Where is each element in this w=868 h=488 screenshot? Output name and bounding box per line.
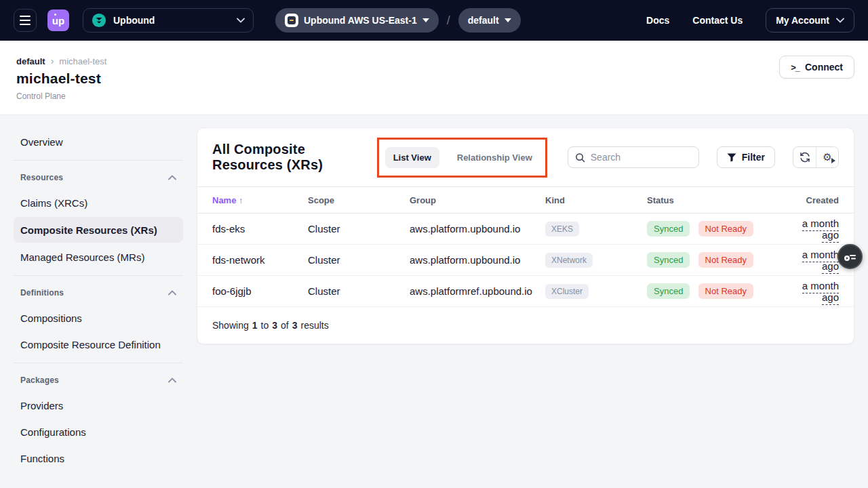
upbound-logo-text: up bbox=[52, 15, 64, 26]
sidebar-section-header-definitions[interactable]: Definitions bbox=[14, 282, 183, 304]
upbound-logo[interactable]: up bbox=[47, 9, 69, 31]
cell-scope: Cluster bbox=[308, 223, 410, 235]
cell-kind: XEKS bbox=[545, 222, 647, 237]
search-icon bbox=[575, 152, 585, 163]
cell-name[interactable]: foo-6jgjb bbox=[212, 285, 308, 297]
status-badge-not-ready: Not Ready bbox=[698, 221, 753, 237]
sidebar-section-header-resources[interactable]: Resources bbox=[14, 167, 183, 188]
column-header-created: Created bbox=[787, 195, 839, 205]
my-account-label: My Account bbox=[776, 15, 829, 26]
sidebar-item-configurations[interactable]: Configurations bbox=[14, 420, 183, 444]
page-title: michael-test bbox=[16, 70, 854, 87]
cell-kind: XNetwork bbox=[545, 253, 647, 268]
resource-center-widget-button[interactable] bbox=[837, 244, 863, 269]
search-input[interactable] bbox=[591, 152, 686, 163]
navbar-right: Docs Contact Us My Account bbox=[646, 8, 854, 33]
list-view-tab[interactable]: List View bbox=[385, 147, 439, 168]
control-plane-switcher[interactable]: Upbound AWS US-East-1 bbox=[275, 8, 439, 33]
sidebar-nav: Overview Resources Claims (XRCs) Composi… bbox=[14, 127, 183, 472]
status-badge-synced: Synced bbox=[647, 252, 690, 268]
group-label: default bbox=[468, 15, 499, 26]
table-row[interactable]: fds-network Cluster aws.platform.upbound… bbox=[197, 245, 854, 276]
cell-scope: Cluster bbox=[308, 254, 410, 266]
cell-scope: Cluster bbox=[308, 285, 410, 297]
chevron-up-icon bbox=[168, 378, 176, 383]
auto-refresh-settings-button[interactable]: ⚙ bbox=[816, 147, 838, 167]
connect-button-label: Connect bbox=[805, 62, 843, 73]
sidebar-section-header-packages[interactable]: Packages bbox=[14, 369, 183, 391]
relationship-view-tab[interactable]: Relationship View bbox=[449, 147, 540, 168]
filter-funnel-icon bbox=[727, 153, 736, 162]
logo-dot bbox=[54, 14, 56, 16]
filter-button[interactable]: Filter bbox=[717, 146, 775, 168]
hamburger-menu-button[interactable] bbox=[14, 9, 37, 32]
sort-ascending-icon: ↑ bbox=[239, 195, 243, 205]
kind-badge: XNetwork bbox=[545, 253, 593, 268]
kind-badge: XEKS bbox=[545, 222, 579, 237]
column-header-status: Status bbox=[647, 195, 787, 205]
org-switcher-dropdown[interactable]: Upbound bbox=[83, 8, 254, 33]
sidebar-item-compositions[interactable]: Compositions bbox=[14, 306, 183, 330]
contact-us-link[interactable]: Contact Us bbox=[692, 15, 743, 26]
cell-status: Synced Not Ready bbox=[647, 283, 787, 299]
sidebar-item-xrd[interactable]: Composite Resource Definition bbox=[14, 332, 183, 357]
sidebar-section-packages: Packages Providers Configurations Functi… bbox=[14, 369, 183, 470]
org-avatar-icon bbox=[92, 13, 106, 28]
created-tooltip-text[interactable]: a month ago bbox=[802, 249, 839, 274]
panel-header: All Composite Resources (XRs) List View … bbox=[197, 128, 854, 186]
created-tooltip-text[interactable]: a month ago bbox=[802, 280, 839, 305]
page-subtitle: Control Plane bbox=[16, 92, 854, 101]
sidebar-item-overview[interactable]: Overview bbox=[14, 129, 183, 154]
view-toggle: List View Relationship View bbox=[385, 147, 540, 168]
divider bbox=[14, 275, 183, 276]
created-tooltip-text[interactable]: a month ago bbox=[802, 218, 839, 243]
sidebar-item-providers[interactable]: Providers bbox=[14, 393, 183, 418]
status-badge-not-ready: Not Ready bbox=[698, 252, 753, 268]
summary-word: Showing bbox=[212, 320, 249, 331]
guide-list-icon bbox=[844, 251, 856, 262]
sidebar-item-claims[interactable]: Claims (XRCs) bbox=[14, 190, 183, 215]
control-plane-label: Upbound AWS US-East-1 bbox=[304, 15, 417, 26]
column-header-group: Group bbox=[410, 195, 545, 205]
summary-word: to bbox=[261, 320, 269, 331]
terminal-icon: >_ bbox=[791, 62, 800, 73]
sidebar-item-functions[interactable]: Functions bbox=[14, 446, 183, 470]
cell-group: aws.platformref.upbound.io bbox=[410, 285, 545, 297]
gear-play-icon: ⚙ bbox=[823, 152, 831, 163]
sidebar-item-composite-resources[interactable]: Composite Resources (XRs) bbox=[14, 217, 183, 243]
chevron-down-icon bbox=[237, 18, 245, 23]
divider bbox=[14, 160, 183, 161]
docs-link[interactable]: Docs bbox=[646, 15, 669, 26]
composite-resources-panel: All Composite Resources (XRs) List View … bbox=[197, 127, 854, 344]
connect-button[interactable]: >_ Connect bbox=[779, 56, 854, 79]
kind-badge: XCluster bbox=[545, 284, 589, 299]
table-header-row: Name ↑ Scope Group Kind Status Created bbox=[197, 186, 854, 214]
section-title: Packages bbox=[20, 375, 59, 385]
path-separator: / bbox=[447, 14, 450, 28]
cell-name[interactable]: fds-network bbox=[212, 254, 308, 266]
search-box bbox=[568, 146, 699, 168]
table-row[interactable]: foo-6jgjb Cluster aws.platformref.upboun… bbox=[197, 276, 854, 307]
refresh-button[interactable] bbox=[793, 147, 816, 167]
caret-down-icon bbox=[422, 18, 429, 22]
divider bbox=[14, 363, 183, 363]
summary-word: results bbox=[300, 320, 328, 331]
chevron-up-icon bbox=[168, 175, 176, 180]
top-navbar: up Upbound Upbound AWS US-East-1 / defau… bbox=[0, 0, 868, 41]
table-row[interactable]: fds-eks Cluster aws.platform.upbound.io … bbox=[197, 214, 854, 245]
sidebar-item-managed-resources[interactable]: Managed Resources (MRs) bbox=[14, 245, 183, 269]
my-account-dropdown[interactable]: My Account bbox=[766, 8, 854, 33]
cell-created: a month ago bbox=[787, 280, 839, 303]
status-badge-synced: Synced bbox=[647, 221, 690, 237]
breadcrumb-parent-link[interactable]: default bbox=[16, 56, 45, 66]
section-title: Definitions bbox=[20, 288, 64, 298]
page-header: default › michael-test michael-test Cont… bbox=[0, 41, 868, 115]
cell-created: a month ago bbox=[787, 218, 839, 241]
column-header-name[interactable]: Name ↑ bbox=[212, 195, 308, 205]
refresh-icon bbox=[800, 152, 810, 163]
cell-group: aws.platform.upbound.io bbox=[410, 254, 545, 266]
group-switcher[interactable]: default bbox=[458, 8, 521, 33]
cell-status: Synced Not Ready bbox=[647, 252, 787, 268]
column-header-scope: Scope bbox=[308, 195, 410, 205]
cell-name[interactable]: fds-eks bbox=[212, 223, 308, 235]
